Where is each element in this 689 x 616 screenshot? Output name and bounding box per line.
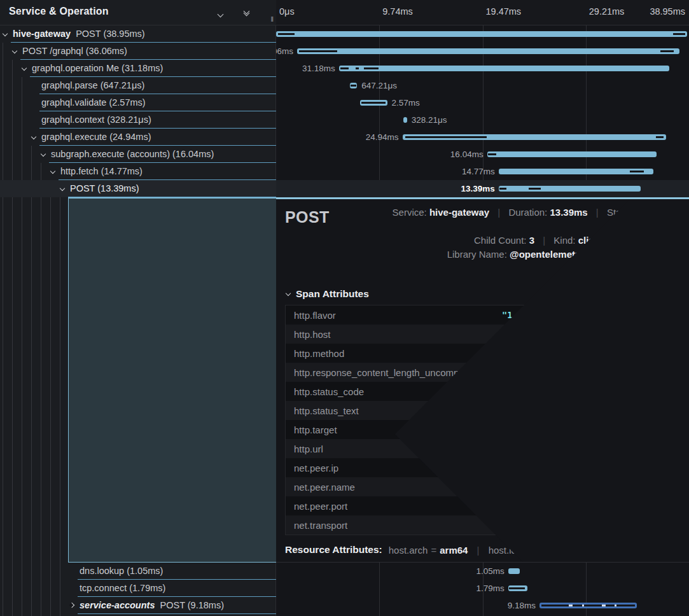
indent-guide [50, 180, 51, 616]
chevron-right-icon[interactable] [69, 603, 74, 608]
service-name: hive-gateway [13, 29, 71, 39]
span-bar-row[interactable]: 328.21μs [276, 111, 689, 129]
tree-header-title: Service & Operation [9, 6, 109, 17]
span-tree-column: Service & Operation ‖ hive-gateway POST … [0, 0, 276, 616]
tree-row-subgraph-execute[interactable]: subgraph.execute (accounts) (16.04ms) [0, 146, 276, 163]
chevron-down-icon[interactable] [41, 151, 46, 157]
tree-row-graphql-parse[interactable]: graphql.parse (647.21μs) [0, 77, 276, 94]
duration-label: 36.06ms [276, 46, 293, 56]
resource-value: arm64 [440, 545, 468, 556]
span-bar-row[interactable]: 1.05ms [276, 563, 689, 580]
span-bar-row[interactable]: 16.04ms [276, 146, 689, 163]
duration-label: 328.21μs [412, 115, 447, 125]
chevron-down-icon[interactable] [31, 134, 36, 139]
span-bar[interactable] [360, 100, 387, 106]
span-bar[interactable] [339, 66, 669, 71]
field-label: Duration: [508, 207, 547, 218]
chevron-down-icon[interactable] [12, 48, 17, 53]
column-resizer-grip[interactable]: ‖ [270, 15, 274, 23]
operation-label: http.fetch (14.77ms) [60, 166, 143, 176]
operation-label: POST (9.18ms) [160, 600, 224, 610]
tree-row-graphql-context[interactable]: graphql.context (328.21μs) [0, 111, 276, 129]
operation-label: graphql.validate (2.57ms) [41, 97, 146, 108]
tree-row-tcp-connect[interactable]: tcp.connect (1.79ms) [0, 580, 276, 597]
equals-sign: = [431, 545, 436, 556]
span-bar[interactable] [403, 117, 407, 123]
field-value: hive-gateway [429, 207, 489, 218]
selected-span-highlight [68, 197, 276, 563]
field-value: 3 [529, 235, 534, 246]
span-bar[interactable] [350, 83, 357, 88]
attribute-key: http.host [286, 329, 502, 340]
span-bar-row[interactable]: 31.18ms [276, 60, 689, 77]
operation-label: POST /graphql (36.06ms) [22, 46, 127, 56]
tree-row-post-graphql[interactable]: POST /graphql (36.06ms) [0, 43, 276, 60]
span-bar[interactable] [539, 603, 637, 608]
chevron-down-icon[interactable] [22, 66, 27, 71]
operation-label: graphql.context (328.21μs) [41, 115, 151, 125]
span-detail-title: POST [285, 206, 330, 227]
duration-label: 24.94ms [366, 132, 399, 142]
operation-label: POST (38.95ms) [76, 29, 145, 39]
span-bar[interactable] [508, 585, 527, 591]
span-bar-row-selected[interactable]: 13.39ms [276, 180, 689, 197]
field-value: 13.39ms [550, 207, 587, 218]
divider: | [498, 207, 500, 218]
tree-row-http-fetch[interactable]: http.fetch (14.77ms) [0, 163, 276, 180]
collapse-all-icon[interactable] [244, 11, 249, 15]
span-bar[interactable] [499, 169, 653, 174]
divider: | [543, 235, 545, 246]
span-bar-row[interactable]: 647.21μs [276, 77, 689, 94]
span-bar-row[interactable]: 14.77ms [276, 163, 689, 180]
attribute-key: http.method [286, 348, 502, 359]
duration-label: 16.04ms [450, 150, 484, 159]
span-detail-panel: POST Service: hive-gateway | Duration: 1… [276, 197, 689, 563]
indent-guide [60, 197, 60, 616]
span-bar-row[interactable]: 9.18ms [276, 597, 689, 614]
resource-key: host.arch [389, 545, 428, 556]
divider: | [596, 207, 599, 218]
duration-label: 13.39ms [461, 184, 495, 193]
chevron-down-icon[interactable] [50, 169, 55, 174]
span-bar-row[interactable]: 1.79ms [276, 580, 689, 597]
tree-row-post-selected[interactable]: POST (13.39ms) [0, 180, 276, 197]
span-bar-row[interactable]: 38.95ms [276, 25, 689, 43]
operation-label: graphql.execute (24.94ms) [41, 132, 151, 142]
ruler-tick: 0μs [279, 6, 295, 17]
tree-row-graphql-execute[interactable]: graphql.execute (24.94ms) [0, 129, 276, 146]
indent-guide [41, 163, 41, 616]
duration-label: 2.57ms [392, 98, 420, 108]
chevron-down-icon[interactable] [3, 31, 8, 36]
chevron-down-icon[interactable] [60, 186, 65, 191]
span-bar[interactable] [508, 568, 520, 574]
trace-viewer: Service & Operation ‖ hive-gateway POST … [0, 0, 689, 616]
tree-row-hive-gateway-post[interactable]: hive-gateway POST (38.95ms) [0, 25, 276, 43]
span-bar[interactable] [403, 134, 667, 140]
span-bar[interactable] [499, 186, 641, 192]
span-bar-row[interactable]: 24.94ms [276, 129, 689, 146]
field-label: Child Count: [474, 235, 527, 246]
timeline-column: 0μs 9.74ms 19.47ms 29.21ms 38.95ms 38.95… [276, 0, 689, 616]
field-label: Service: [393, 207, 427, 218]
ruler-tick: 38.95ms [650, 6, 685, 17]
tree-row-graphql-operation[interactable]: graphql.operation Me (31.18ms) [0, 60, 276, 77]
tree-row-dns-lookup[interactable]: dns.lookup (1.05ms) [0, 563, 276, 580]
duration-label: 9.18ms [508, 601, 536, 610]
field-label: Kind: [553, 235, 575, 246]
tree-row-graphql-validate[interactable]: graphql.validate (2.57ms) [0, 94, 276, 111]
resource-attributes-title: Resource Attributes: [285, 544, 382, 556]
operation-label: tcp.connect (1.79ms) [80, 583, 165, 593]
resource-attributes-row[interactable]: Resource Attributes: host.arch=arm64 | h… [285, 544, 680, 556]
duration-label: 31.18ms [302, 64, 335, 73]
tree-header: Service & Operation ‖ [0, 0, 276, 25]
span-bar[interactable] [297, 48, 679, 54]
tree-row-service-accounts-post[interactable]: service-accounts POST (9.18ms) [0, 597, 276, 614]
span-bar-row[interactable]: 2.57ms [276, 94, 689, 111]
divider: | [477, 545, 480, 556]
span-bar[interactable] [276, 31, 687, 37]
span-bar[interactable] [487, 151, 657, 157]
operation-label: graphql.parse (647.21μs) [41, 80, 144, 90]
span-bar-row[interactable]: 36.06ms [276, 43, 689, 60]
chevron-down-icon [286, 291, 291, 296]
collapse-one-icon[interactable] [218, 8, 223, 19]
